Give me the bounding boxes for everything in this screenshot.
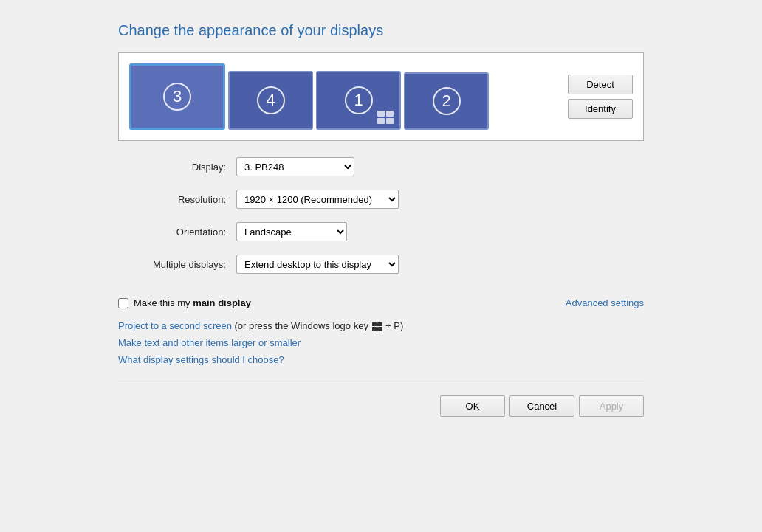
ok-button[interactable]: OK — [440, 395, 505, 417]
main-display-checkbox[interactable] — [118, 298, 128, 308]
display-row: Display: 1. Display 1 2. Display 2 3. PB… — [118, 157, 644, 176]
orientation-row: Orientation: Landscape Portrait Landscap… — [118, 222, 644, 241]
detect-identify-buttons: Detect Identify — [568, 75, 633, 119]
apply-button[interactable]: Apply — [579, 395, 644, 417]
monitor-1-number: 1 — [345, 86, 373, 114]
page-title: Change the appearance of your displays — [118, 22, 644, 39]
monitor-3-number: 3 — [163, 83, 191, 111]
windows-logo-icon — [372, 322, 382, 331]
display-help-link[interactable]: What display settings should I choose? — [118, 354, 644, 365]
monitor-4[interactable]: 4 — [228, 71, 313, 130]
detect-button[interactable]: Detect — [568, 75, 633, 94]
project-suffix: (or press the Windows logo key — [232, 320, 371, 331]
multiple-displays-control: Extend desktop to this display Duplicate… — [236, 255, 399, 274]
resolution-row: Resolution: 1920 × 1200 (Recommended) 19… — [118, 190, 644, 209]
orientation-label: Orientation: — [118, 227, 236, 238]
resolution-control: 1920 × 1200 (Recommended) 1920 × 1080 16… — [236, 190, 399, 209]
project-key: + P) — [383, 320, 404, 331]
orientation-control: Landscape Portrait Landscape (flipped) P… — [236, 222, 347, 241]
main-display-left: Make this my main display — [118, 297, 251, 308]
advanced-settings-link[interactable]: Advanced settings — [566, 297, 644, 308]
orientation-select[interactable]: Landscape Portrait Landscape (flipped) P… — [236, 222, 347, 241]
monitor-3[interactable]: 3 — [129, 63, 225, 130]
display-select[interactable]: 1. Display 1 2. Display 2 3. PB248 4. Di… — [236, 157, 354, 176]
divider — [118, 379, 644, 379]
monitor-2[interactable]: 2 — [404, 72, 489, 130]
display-panel: 3 4 1 2 Detect Identify — [118, 52, 644, 141]
display-control: 1. Display 1 2. Display 2 3. PB248 4. Di… — [236, 157, 354, 176]
multiple-displays-row: Multiple displays: Extend desktop to thi… — [118, 255, 644, 274]
cancel-button[interactable]: Cancel — [509, 395, 574, 417]
links-section: Project to a second screen (or press the… — [118, 320, 644, 365]
resolution-select[interactable]: 1920 × 1200 (Recommended) 1920 × 1080 16… — [236, 190, 399, 209]
text-size-link[interactable]: Make text and other items larger or smal… — [118, 337, 644, 348]
main-display-row: Make this my main display Advanced setti… — [118, 297, 644, 308]
multiple-displays-select[interactable]: Extend desktop to this display Duplicate… — [236, 255, 399, 274]
monitor-4-number: 4 — [257, 86, 285, 114]
project-link[interactable]: Project to a second screen — [118, 320, 232, 331]
display-label: Display: — [118, 162, 236, 173]
monitors-area: 3 4 1 2 — [129, 63, 559, 130]
main-display-label[interactable]: Make this my main display — [134, 297, 251, 308]
monitor-1[interactable]: 1 — [316, 71, 401, 130]
multiple-displays-label: Multiple displays: — [118, 259, 236, 270]
project-line: Project to a second screen (or press the… — [118, 320, 644, 331]
resolution-label: Resolution: — [118, 194, 236, 205]
identify-button[interactable]: Identify — [568, 99, 633, 119]
bottom-bar: OK Cancel Apply — [118, 390, 644, 423]
monitor-2-number: 2 — [433, 87, 461, 115]
windows-icon — [377, 111, 394, 124]
form-section: Display: 1. Display 1 2. Display 2 3. PB… — [118, 157, 644, 297]
